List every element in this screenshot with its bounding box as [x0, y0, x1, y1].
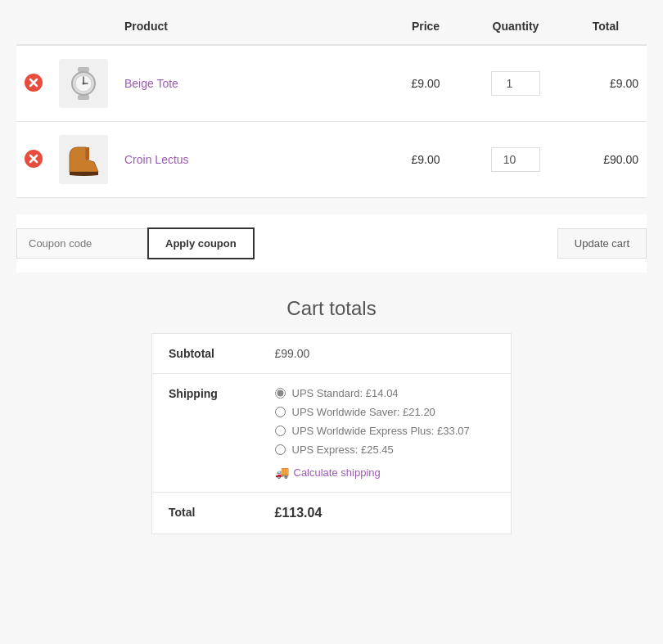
- col-total: Total: [565, 8, 647, 45]
- update-cart-button[interactable]: Update cart: [557, 228, 647, 259]
- thumbnail-cell: [51, 45, 116, 122]
- product-thumbnail: [59, 135, 108, 184]
- shipping-radio[interactable]: [275, 388, 286, 399]
- total-cell: £90.00: [565, 122, 647, 198]
- price-cell: £9.00: [385, 45, 467, 122]
- shipping-option-label: UPS Standard: £14.04: [292, 387, 399, 399]
- cart-totals-title: Cart totals: [151, 297, 512, 320]
- calculate-shipping-label: Calculate shipping: [294, 466, 381, 479]
- thumbnail-cell: [51, 122, 116, 198]
- shipping-row: Shipping UPS Standard: £14.04 UPS Worldw…: [152, 374, 512, 493]
- quantity-cell: [467, 122, 565, 198]
- total-value: £113.04: [259, 493, 512, 534]
- col-thumb: [51, 8, 116, 45]
- shipping-option: UPS Standard: £14.04: [275, 387, 495, 399]
- subtotal-label: Subtotal: [152, 334, 259, 374]
- table-row: Croin Lectus £9.00 £90.00: [16, 122, 647, 198]
- remove-icon: [25, 74, 43, 92]
- shipping-radio[interactable]: [275, 444, 286, 455]
- truck-icon: 🚚: [275, 466, 289, 479]
- table-row: Beige Tote £9.00 £9.00: [16, 45, 647, 122]
- calculate-shipping-link[interactable]: 🚚 Calculate shipping: [275, 466, 381, 479]
- quantity-input[interactable]: [491, 147, 540, 172]
- subtotal-value: £99.00: [259, 334, 512, 374]
- col-remove: [16, 8, 51, 45]
- coupon-row: Apply coupon Update cart: [16, 214, 647, 272]
- svg-point-9: [83, 83, 85, 85]
- shipping-option-label: UPS Worldwide Saver: £21.20: [292, 406, 435, 418]
- apply-coupon-button[interactable]: Apply coupon: [147, 227, 255, 259]
- page-wrapper: Product Price Quantity Total: [0, 0, 663, 567]
- coupon-input[interactable]: [16, 228, 147, 259]
- totals-table: Subtotal £99.00 Shipping UPS Standard: £…: [151, 333, 512, 534]
- cart-totals-section: Cart totals Subtotal £99.00 Shipping UPS…: [151, 297, 512, 534]
- shipping-option-label: UPS Express: £25.45: [292, 444, 394, 456]
- remove-cell: [16, 45, 51, 122]
- total-cell: £9.00: [565, 45, 647, 122]
- total-label: Total: [152, 493, 259, 534]
- price-cell: £9.00: [385, 122, 467, 198]
- cart-table: Product Price Quantity Total: [16, 8, 647, 198]
- col-quantity: Quantity: [467, 8, 565, 45]
- remove-cell: [16, 122, 51, 198]
- total-row: Total £113.04: [152, 493, 512, 534]
- subtotal-row: Subtotal £99.00: [152, 334, 512, 374]
- coupon-left: Apply coupon: [16, 227, 255, 259]
- shipping-label: Shipping: [152, 374, 259, 493]
- shipping-radio[interactable]: [275, 426, 286, 436]
- col-product: Product: [116, 8, 385, 45]
- shipping-option: UPS Worldwide Express Plus: £33.07: [275, 425, 495, 437]
- product-link[interactable]: Croin Lectus: [124, 153, 189, 166]
- remove-item-button[interactable]: [25, 150, 43, 168]
- shipping-option: UPS Worldwide Saver: £21.20: [275, 406, 495, 418]
- shipping-options-cell: UPS Standard: £14.04 UPS Worldwide Saver…: [259, 374, 512, 493]
- shipping-radio[interactable]: [275, 407, 286, 417]
- product-name-cell: Croin Lectus: [116, 122, 385, 198]
- shipping-option: UPS Express: £25.45: [275, 444, 495, 456]
- product-thumbnail: [59, 59, 108, 108]
- quantity-input[interactable]: [491, 71, 540, 96]
- product-link[interactable]: Beige Tote: [124, 77, 178, 90]
- remove-icon: [25, 150, 43, 168]
- remove-item-button[interactable]: [25, 74, 43, 92]
- shipping-option-label: UPS Worldwide Express Plus: £33.07: [292, 425, 470, 437]
- quantity-cell: [467, 45, 565, 122]
- col-price: Price: [385, 8, 467, 45]
- product-name-cell: Beige Tote: [116, 45, 385, 122]
